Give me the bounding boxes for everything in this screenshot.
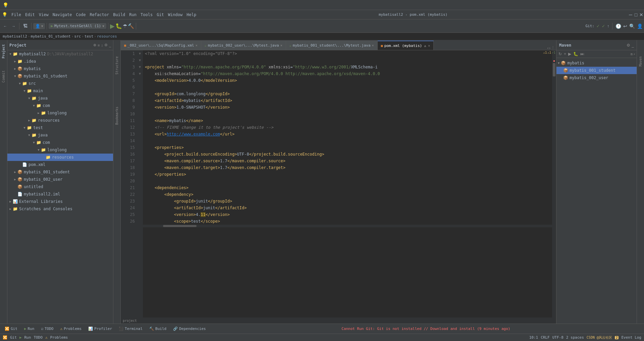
bottom-tab-problems[interactable]: ⚠ Problems [57, 324, 85, 334]
run-button[interactable]: ▶ [110, 22, 115, 30]
maven-settings[interactable]: ⚙ [627, 43, 630, 48]
forward-button[interactable]: → [10, 21, 17, 31]
breadcrumb-root[interactable]: mybatisall2 [3, 34, 27, 39]
bottom-tab-build[interactable]: 🔨 Build [146, 324, 170, 334]
close-button[interactable]: ✕ [639, 12, 644, 17]
tree-item-pom[interactable]: 📄 pom.xml [7, 161, 113, 168]
tab-pom[interactable]: ■ pom.xml (mybatis) ⚠ × [378, 41, 434, 50]
tree-item-test[interactable]: ▼ 📁 test [7, 124, 113, 131]
tree-item-resources-selected[interactable]: 📁 resources [7, 154, 113, 161]
menu-git[interactable]: Git [155, 12, 166, 18]
structure-tab[interactable]: Structure [114, 54, 119, 77]
fold-3[interactable]: ▼ [138, 50, 142, 57]
menu-tools[interactable]: Tools [139, 12, 155, 18]
tree-item-mybatis001[interactable]: ▶ 📦 mybatis_001_student [7, 168, 113, 176]
maven-skip[interactable]: ⏭ [580, 51, 585, 57]
tree-item-untitled[interactable]: 📦 untitled [7, 183, 113, 190]
bottom-tab-git[interactable]: 🔀 Git [1, 324, 21, 334]
tab-close-1[interactable]: × [196, 44, 198, 47]
fold-15[interactable]: ▼ [138, 57, 142, 64]
undo-button[interactable]: ↩ [623, 23, 627, 29]
menu-code[interactable]: Code [74, 12, 88, 18]
tab-sqlmapconfig[interactable]: ■ _002_user\...\SqlMapConfig.xml × [121, 41, 201, 50]
menu-refactor[interactable]: Refactor [88, 12, 111, 18]
fold-22[interactable]: ▼ [138, 70, 142, 77]
panel-minimize-btn[interactable]: _ [109, 43, 111, 47]
bottom-tab-terminal[interactable]: ⬛ Terminal [115, 324, 146, 334]
tree-item-scratches[interactable]: ▶ 📁 Scratches and Consoles [7, 205, 113, 213]
maven-side-tab[interactable]: Maven [638, 54, 643, 69]
fold-21[interactable]: ▼ [138, 64, 142, 70]
status-line-sep[interactable]: CRLF [541, 335, 550, 340]
git-push-button[interactable]: ✓ [602, 24, 605, 29]
panel-collapse-btn[interactable]: ≡ [98, 43, 100, 47]
history-button[interactable]: 🕐 [615, 23, 621, 29]
tab-mytest002[interactable]: ☕ mybatis_002_user\...\Mytest.java × [201, 41, 286, 50]
menu-window[interactable]: Window [166, 12, 184, 18]
tree-item-longlong[interactable]: ▶ 📁 longlong [7, 109, 113, 117]
bottom-tab-dependencies[interactable]: 🔗 Dependencies [170, 324, 209, 334]
tree-item-test-java[interactable]: ▼ 📁 java [7, 131, 113, 139]
code-editor[interactable]: <?xml version="1.0" encoding="UTF-8"?> <… [143, 50, 552, 318]
scroll-thumb[interactable] [553, 63, 555, 76]
bottom-tab-todo[interactable]: ☑ TODO [38, 324, 57, 334]
maven-item-001[interactable]: 📦 mybatis_001_student [556, 67, 637, 74]
tree-item-mybatis01[interactable]: ▼ 📦 mybatis_01_student [7, 72, 113, 80]
tab-mytest001[interactable]: ☕ mybatis_001_student\...\Mytest.java × [286, 41, 378, 50]
tree-item-main-resources[interactable]: ▶ 📁 resources [7, 117, 113, 124]
build-button[interactable]: 🔨 [128, 23, 134, 29]
tab-scroll-left[interactable]: ‹ [547, 46, 549, 50]
tab-menu[interactable]: ⋮ [551, 46, 555, 50]
bookmarks-tab[interactable]: Bookmarks [114, 104, 119, 127]
status-encoding[interactable]: UTF-8 [552, 335, 564, 340]
maven-item-002[interactable]: 📦 mybatis_002_user [556, 74, 637, 81]
menu-build[interactable]: Build [111, 12, 127, 18]
maven-minimize[interactable]: _ [632, 43, 634, 48]
tree-item-mybatis[interactable]: ▶ 📦 mybatis [7, 65, 113, 72]
horizontal-scrollbar[interactable] [143, 225, 552, 227]
breadcrumb-module[interactable]: mybatis_01_student [31, 34, 70, 39]
maven-refresh[interactable]: ↻ [558, 51, 562, 57]
tab-close-4[interactable]: × [428, 44, 430, 48]
git-commit-button[interactable]: ✓ [596, 24, 600, 29]
back-button[interactable]: ← [1, 21, 9, 31]
tree-item-idea[interactable]: ▶ 📁 .idea [7, 58, 113, 65]
bottom-tab-run[interactable]: ▶ Run [21, 324, 38, 334]
tree-item-test-longlong[interactable]: ▼ 📁 longlong [7, 146, 113, 154]
tree-item-src[interactable]: ▼ 📁 src [7, 80, 113, 87]
tab-close-2[interactable]: × [280, 44, 282, 47]
menu-help[interactable]: Help [184, 12, 198, 18]
project-tab[interactable]: Project [1, 42, 6, 61]
maximize-button[interactable]: □ [633, 12, 639, 17]
user-button[interactable]: 👤 [637, 23, 643, 29]
menu-view[interactable]: View [37, 12, 51, 18]
notification-badge[interactable]: 2 [615, 336, 619, 339]
menu-navigate[interactable]: Navigate [51, 12, 74, 18]
breadcrumb-test[interactable]: test [85, 34, 94, 39]
panel-sort-btn[interactable]: ↕ [101, 43, 103, 47]
tree-item-main-com[interactable]: ▼ 📁 com [7, 102, 113, 109]
tree-item-root[interactable]: ▼ 📁 mybatisall2 D:\JAVA\mybatisall2 [7, 50, 113, 58]
status-position[interactable]: 10:1 [529, 335, 538, 340]
tree-item-iml[interactable]: 📄 mybatisall2.iml [7, 190, 113, 198]
breadcrumb-src[interactable]: src [74, 34, 81, 39]
maven-run[interactable]: ▶ [568, 51, 572, 57]
maven-debug[interactable]: 🐛 [573, 51, 579, 57]
vertical-scrollbar[interactable]: ⚠1 ⚠1 ✓1 [552, 50, 556, 318]
menu-edit[interactable]: Edit [23, 12, 37, 18]
maven-item-mybatis[interactable]: ▼ 📦 mybatis [556, 59, 637, 67]
git-menu-button[interactable]: ↑ [607, 24, 609, 29]
event-log-label[interactable]: Event Log [621, 335, 641, 340]
tree-item-main-java[interactable]: ▼ 📁 java [7, 95, 113, 102]
breadcrumb-resources[interactable]: resources [97, 34, 117, 39]
profile-dropdown[interactable]: 👤 ▼ [33, 23, 45, 29]
run-config-dropdown[interactable]: ▶ Mytest.testGetAll (1) ▼ [49, 23, 106, 29]
tab-close-3[interactable]: × [372, 44, 374, 47]
menu-run[interactable]: Run [127, 12, 139, 18]
coverage-button[interactable]: ☂ [123, 23, 127, 29]
menu-file[interactable]: File [9, 12, 23, 18]
bottom-tab-profiler[interactable]: 📊 Profiler [85, 324, 115, 334]
tree-item-main[interactable]: ▼ 📁 main [7, 87, 113, 95]
panel-settings-btn[interactable]: ⚙ [104, 43, 108, 47]
maven-add[interactable]: + [563, 51, 567, 57]
